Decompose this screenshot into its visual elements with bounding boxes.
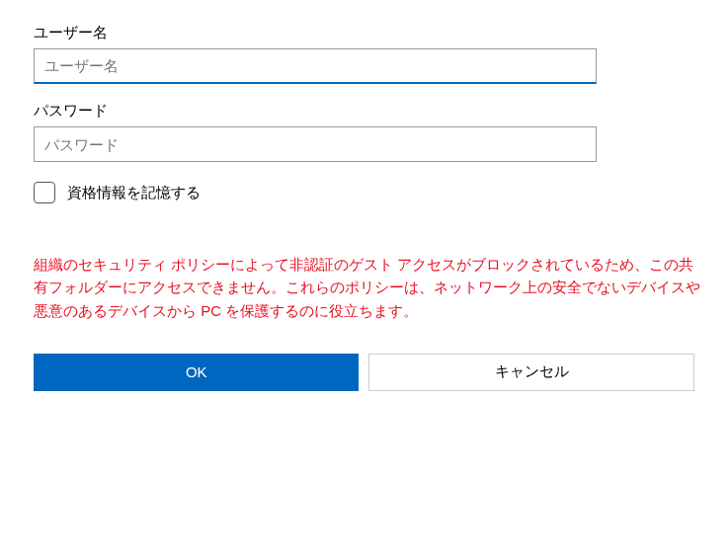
username-input[interactable]: [34, 48, 597, 84]
error-message: 組織のセキュリティ ポリシーによって非認証のゲスト アクセスがブロックされている…: [34, 253, 705, 322]
password-label: パスワード: [34, 102, 694, 120]
username-field-group: ユーザー名: [34, 24, 694, 84]
button-row: OK キャンセル: [34, 354, 694, 391]
cancel-button[interactable]: キャンセル: [368, 354, 694, 391]
username-label: ユーザー名: [34, 24, 694, 42]
remember-checkbox-row[interactable]: 資格情報を記憶する: [34, 182, 694, 203]
ok-button[interactable]: OK: [34, 354, 359, 391]
password-field-group: パスワード: [34, 102, 694, 162]
remember-checkbox-label[interactable]: 資格情報を記憶する: [67, 184, 201, 202]
remember-checkbox[interactable]: [34, 182, 55, 203]
password-input[interactable]: [34, 126, 597, 162]
